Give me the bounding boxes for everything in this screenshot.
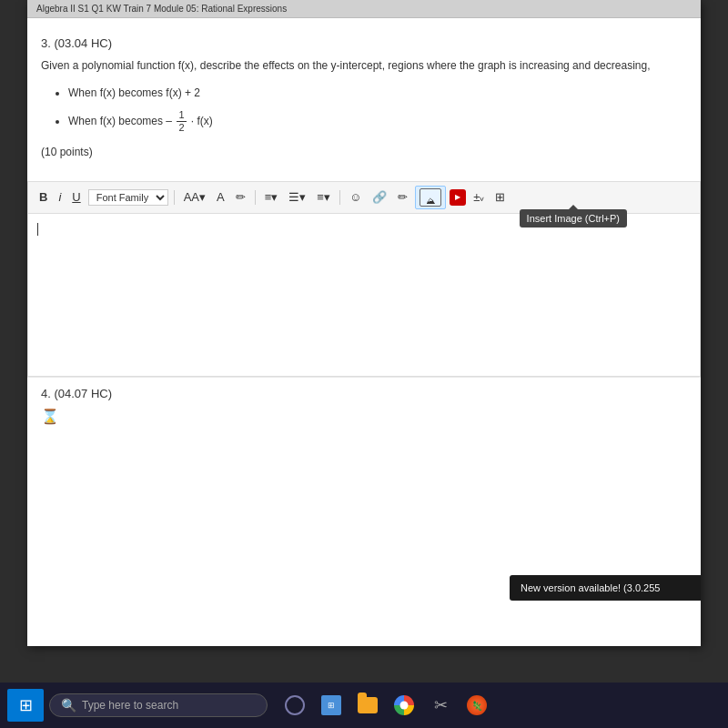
question4-icon: ⌛ [41,408,687,425]
bullet-list: When f(x) becomes f(x) + 2 When f(x) bec… [41,85,673,135]
font-size-button[interactable]: AA▾ [180,188,209,206]
highlight-button[interactable]: ✏ [232,188,249,206]
task-view-button[interactable] [280,691,309,720]
font-color-button[interactable]: A [213,188,228,206]
gecko-taskbar-button[interactable]: 🦎 [462,691,491,720]
table-button[interactable]: ⊞ [491,188,509,206]
underline-button[interactable]: U [68,188,84,206]
question4-area: 4. (04.07 HC) ⌛ [27,377,701,434]
pencil-button[interactable]: ✏ [394,188,411,206]
chrome-icon [394,695,414,715]
folder-icon [358,697,378,713]
scissors-icon: ✂ [434,695,448,715]
tooltip-text: Insert Image (Ctrl+P) [527,213,620,224]
scissors-taskbar-button[interactable]: ✂ [426,691,455,720]
emoji-button[interactable]: ☺ [346,188,365,206]
separator [174,190,175,205]
search-placeholder-text: Type here to search [82,699,178,712]
question3-description: Given a polynomial function f(x), descri… [41,57,673,74]
gecko-icon: 🦎 [467,695,487,715]
taskbar-icons: ⊞ ✂ 🦎 [280,691,491,720]
indent-button[interactable]: ≡▾ [313,188,334,206]
question3-area: 3. (03.04 HC) Given a polynomial functio… [27,18,701,181]
formula-button[interactable]: ±ᵥ [470,188,488,206]
align-button[interactable]: ≡▾ [261,188,282,206]
fraction-denominator: 2 [177,122,186,134]
page-content: Algebra II S1 Q1 KW Train 7 Module 05: R… [27,0,701,646]
start-button[interactable]: ⊞ [7,689,44,722]
bullet1-text: When f(x) becomes f(x) + 2 [68,86,200,99]
screen: Algebra II S1 Q1 KW Train 7 Module 05: R… [0,0,728,728]
points-text: (10 points) [41,146,673,158]
editor-toolbar: B i U Font Family AA▾ A ✏ ≡▾ ☰▾ ≡▾ ☺ [27,181,701,213]
taskbar-search[interactable]: 🔍 Type here to search [49,693,268,717]
list-item: When f(x) becomes f(x) + 2 [68,85,673,102]
task-btn-icon[interactable]: ⊞ [317,691,346,720]
virtual-desktop-icon: ⊞ [321,695,341,715]
list-item: When f(x) becomes – 1 2 · f(x) [68,109,673,134]
chrome-taskbar-button[interactable] [389,691,419,720]
notification-text: New version available! (3.0.255 [521,582,660,593]
bullet2-suffix: · f(x) [191,115,213,127]
italic-button[interactable]: i [55,188,65,206]
taskbar: ⊞ 🔍 Type here to search ⊞ ✂ [0,682,728,728]
folder-taskbar-button[interactable] [353,691,382,720]
link-button[interactable]: 🔗 [369,188,390,206]
notification-bar: New version available! (3.0.255 [510,575,701,601]
separator2 [255,190,256,205]
bullet2-prefix: When f(x) becomes – [68,115,172,127]
play-button[interactable]: ▶ [450,189,466,206]
insert-image-tooltip: Insert Image (Ctrl+P) [520,209,627,228]
header-strip: Algebra II S1 Q1 KW Train 7 Module 05: R… [27,0,701,18]
fraction-numerator: 1 [177,109,186,122]
list-button[interactable]: ☰▾ [285,188,309,206]
breadcrumb: Algebra II S1 Q1 KW Train 7 Module 05: R… [36,4,287,14]
editor-area[interactable] [27,213,701,377]
insert-image-button[interactable] [415,186,446,209]
gecko-label: 🦎 [471,701,482,711]
inner-content: Algebra II S1 Q1 KW Train 7 Module 05: R… [27,0,701,646]
fraction: 1 2 [177,109,186,134]
search-icon: 🔍 [61,698,76,713]
question4-number: 4. (04.07 HC) [41,387,687,400]
separator3 [339,190,340,205]
image-icon [420,188,441,207]
question3-number: 3. (03.04 HC) [41,36,673,50]
bold-button[interactable]: B [35,188,51,206]
font-family-select[interactable]: Font Family [88,189,168,206]
desktop-icon-label: ⊞ [328,701,335,710]
aa-label: AA [184,190,199,204]
start-icon: ⊞ [19,695,33,715]
editor-cursor [37,223,38,236]
circle-icon [285,695,305,715]
